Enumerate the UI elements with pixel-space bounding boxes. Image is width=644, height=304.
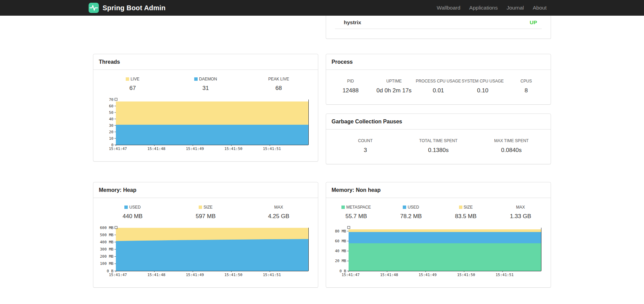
legend-label: SIZE xyxy=(439,205,493,210)
svg-text:80 MB: 80 MB xyxy=(335,229,346,233)
svg-text:15:41:48: 15:41:48 xyxy=(148,147,166,151)
svg-text:70: 70 xyxy=(109,97,113,102)
svg-text:200 MB: 200 MB xyxy=(100,254,113,259)
metric-label: UPTIME xyxy=(372,79,416,83)
health-row: hystrix UP xyxy=(335,16,542,29)
legend-label: LIVE xyxy=(96,77,169,81)
legend-item-size: SIZE 83.5 MB xyxy=(439,205,493,220)
gc-panel: Garbage Collection Pauses COUNT 3 TOTAL … xyxy=(326,113,551,164)
legend-value: 67 xyxy=(96,85,169,92)
gc-metrics: COUNT 3 TOTAL TIME SPENT 0.1380s MAX TIM… xyxy=(326,130,551,164)
legend-item-used: USED 440 MB xyxy=(96,205,169,220)
metric-value: 8 xyxy=(504,87,548,94)
memory-nonheap-panel: Memory: Non heap METASPACE 55.7 MB USED … xyxy=(326,182,551,288)
legend-label-text: MAX xyxy=(274,205,283,210)
svg-text:20 MB: 20 MB xyxy=(335,259,346,263)
nav-link-applications[interactable]: Applications xyxy=(465,5,502,11)
svg-text:50: 50 xyxy=(109,110,113,115)
legend-item-daemon: DAEMON 31 xyxy=(169,77,242,92)
legend-label: USED xyxy=(384,205,439,210)
legend-value: 78.2 MB xyxy=(384,213,439,220)
svg-text:15:41:50: 15:41:50 xyxy=(457,273,475,277)
svg-text:10: 10 xyxy=(109,136,113,141)
svg-text:15:41:48: 15:41:48 xyxy=(148,273,166,277)
legend-label-text: SIZE xyxy=(203,205,213,210)
svg-text:15:41:48: 15:41:48 xyxy=(380,273,398,277)
metric-process-cpu-usage: PROCESS CPU USAGE 0.01 xyxy=(416,79,461,94)
health-app-name: hystrix xyxy=(344,19,361,26)
metric-gc-total-time: TOTAL TIME SPENT 0.1380s xyxy=(402,138,475,154)
metric-value: 3 xyxy=(329,147,402,154)
metaspace-swatch-icon xyxy=(341,206,345,209)
legend-item-peak-live: PEAK LIVE 68 xyxy=(242,77,315,92)
nav-link-journal[interactable]: Journal xyxy=(502,5,528,11)
navbar-inner: Spring Boot Admin Wallboard Applications… xyxy=(93,0,551,16)
metric-label: PID xyxy=(329,79,372,83)
metric-label: SYSTEM CPU USAGE xyxy=(461,79,505,83)
svg-text:40 MB: 40 MB xyxy=(335,249,346,253)
threads-panel-title: Threads xyxy=(93,54,318,70)
legend-label-text: METASPACE xyxy=(346,205,371,210)
process-panel: Process PID 12488 UPTIME 0d 0h 2m 17s PR… xyxy=(326,54,551,105)
navbar: Spring Boot Admin Wallboard Applications… xyxy=(0,0,644,16)
health-status-badge: UP xyxy=(530,19,537,26)
legend-label: SIZE xyxy=(169,205,242,210)
metric-label: TOTAL TIME SPENT xyxy=(402,138,475,143)
live-swatch-icon xyxy=(126,77,129,81)
legend-label: DAEMON xyxy=(169,77,242,81)
legend-value: 83.5 MB xyxy=(439,213,493,220)
metric-system-cpu-usage: SYSTEM CPU USAGE 0.10 xyxy=(461,79,505,94)
legend-value: 55.7 MB xyxy=(329,213,384,220)
brand-title: Spring Boot Admin xyxy=(103,4,166,12)
page-container: hystrix UP Process PID 12488 UPTIME 0d 0… xyxy=(93,16,551,288)
legend-label-text: DAEMON xyxy=(199,77,217,81)
used-swatch-icon xyxy=(124,206,128,209)
metric-value: 0d 0h 2m 17s xyxy=(372,87,416,94)
svg-text:40: 40 xyxy=(109,117,113,121)
svg-text:20: 20 xyxy=(109,130,113,134)
legend-item-max: MAX 1.33 GB xyxy=(493,205,548,220)
metric-value: 0.01 xyxy=(416,87,461,94)
legend-value: 597 MB xyxy=(169,213,242,220)
heap-chart: 0 B100 MB200 MB300 MB400 MB500 MB600 MB1… xyxy=(98,225,312,277)
svg-text:15:41:49: 15:41:49 xyxy=(419,273,437,277)
legend-label: MAX xyxy=(242,205,315,210)
metric-label: COUNT xyxy=(329,138,402,143)
legend-label: MAX xyxy=(493,205,548,210)
brand-link[interactable]: Spring Boot Admin xyxy=(88,2,166,13)
metric-value: 12488 xyxy=(329,87,372,94)
legend-label-text: USED xyxy=(129,205,140,210)
used-swatch-icon xyxy=(403,206,406,209)
svg-text:15:41:51: 15:41:51 xyxy=(263,147,281,151)
gc-panel-title: Garbage Collection Pauses xyxy=(326,114,551,130)
svg-text:500 MB: 500 MB xyxy=(100,233,113,237)
health-panel: hystrix UP xyxy=(326,16,551,39)
threads-panel: Threads LIVE 67 DAEMON 31 xyxy=(93,54,318,162)
nonheap-chart: 0 B20 MB40 MB60 MB80 MB15:41:4715:41:481… xyxy=(331,225,545,277)
metric-gc-count: COUNT 3 xyxy=(329,138,402,154)
metric-value: 0.0840s xyxy=(475,147,548,154)
svg-text:15:41:47: 15:41:47 xyxy=(109,273,127,277)
heap-legend: USED 440 MB SIZE 597 MB MAX 4.25 GB xyxy=(93,198,318,222)
metric-label: PROCESS CPU USAGE xyxy=(416,79,461,83)
legend-label: PEAK LIVE xyxy=(242,77,315,81)
svg-text:100 MB: 100 MB xyxy=(100,261,113,266)
svg-text:600 MB: 600 MB xyxy=(100,226,113,230)
nav-link-wallboard[interactable]: Wallboard xyxy=(432,5,465,11)
legend-value: 440 MB xyxy=(96,213,169,220)
memory-heap-panel: Memory: Heap USED 440 MB SIZE 597 MB xyxy=(93,182,318,288)
svg-text:15:41:51: 15:41:51 xyxy=(263,273,281,277)
daemon-swatch-icon xyxy=(194,77,198,81)
metric-uptime: UPTIME 0d 0h 2m 17s xyxy=(372,79,416,94)
svg-text:300 MB: 300 MB xyxy=(100,247,113,252)
legend-value: 68 xyxy=(242,85,315,92)
process-panel-title: Process xyxy=(326,54,551,70)
legend-label: METASPACE xyxy=(329,205,384,210)
svg-text:15:41:49: 15:41:49 xyxy=(186,147,204,151)
legend-item-size: SIZE 597 MB xyxy=(169,205,242,220)
svg-text:60: 60 xyxy=(109,104,113,108)
nav-link-about[interactable]: About xyxy=(528,5,551,11)
legend-label-text: MAX xyxy=(516,205,525,210)
legend-item-max: MAX 4.25 GB xyxy=(242,205,315,220)
svg-text:15:41:47: 15:41:47 xyxy=(342,273,360,277)
